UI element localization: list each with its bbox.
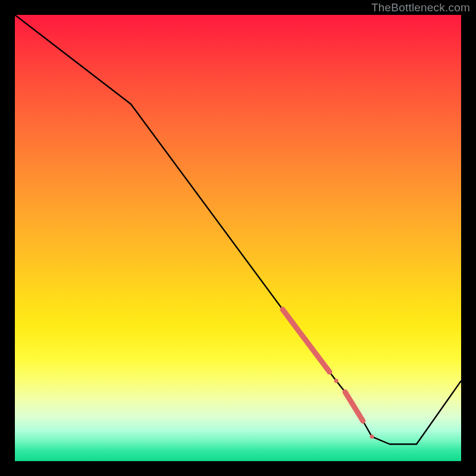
marker-layer <box>283 309 374 439</box>
marker-segment <box>345 392 363 421</box>
marker-dot <box>334 379 339 383</box>
curve-layer <box>15 15 461 444</box>
marker-segment <box>283 309 330 372</box>
marker-dot <box>370 434 374 439</box>
bottleneck-line <box>15 15 461 444</box>
plot-area <box>15 15 461 461</box>
chart-frame: TheBottleneck.com <box>0 0 476 476</box>
bottleneck-curve-svg <box>15 15 461 461</box>
watermark-label: TheBottleneck.com <box>371 1 470 14</box>
